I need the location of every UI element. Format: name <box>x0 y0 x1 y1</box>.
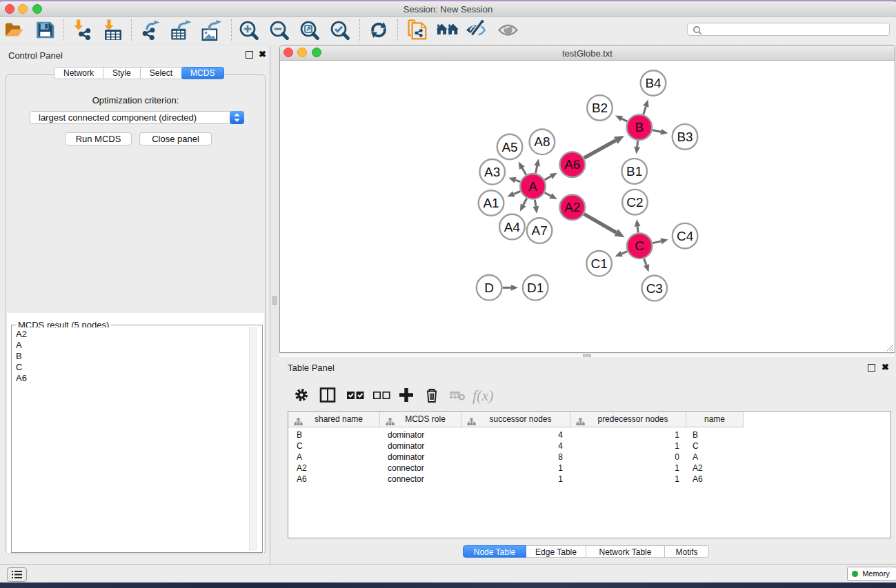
svg-text:C3: C3 <box>646 281 663 296</box>
svg-text:A5: A5 <box>501 140 517 154</box>
svg-text:B4: B4 <box>645 76 661 90</box>
svg-text:A2: A2 <box>564 200 580 214</box>
svg-text:D: D <box>484 281 494 295</box>
svg-text:D1: D1 <box>527 281 544 295</box>
svg-text:C4: C4 <box>677 229 694 243</box>
svg-text:C2: C2 <box>626 195 643 210</box>
svg-text:C1: C1 <box>590 256 607 271</box>
svg-text:A3: A3 <box>484 165 500 179</box>
svg-text:A1: A1 <box>483 196 499 210</box>
svg-text:A8: A8 <box>534 134 550 149</box>
svg-text:B: B <box>635 120 644 134</box>
svg-text:B1: B1 <box>626 164 642 179</box>
svg-text:A: A <box>528 179 537 194</box>
svg-text:B2: B2 <box>592 101 608 115</box>
svg-text:A4: A4 <box>504 220 521 234</box>
svg-text:C: C <box>635 239 644 253</box>
svg-text:A7: A7 <box>531 223 547 238</box>
svg-text:A6: A6 <box>564 157 580 172</box>
svg-text:B3: B3 <box>677 130 693 144</box>
